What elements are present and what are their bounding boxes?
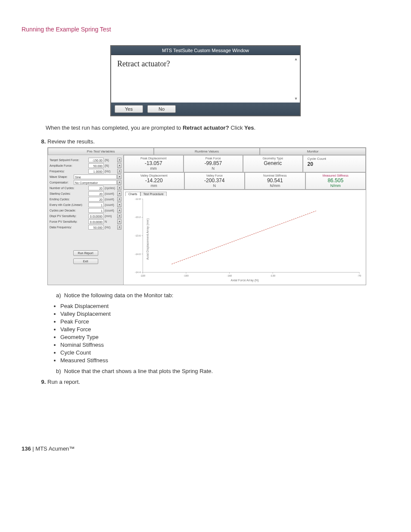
readout-valley-force: Valley Force-200.374N [184,172,245,190]
svg-text:-220: -220 [140,274,146,277]
section-title: Running the Example Spring Test [22,26,389,33]
start-cycles-input[interactable]: 20 [88,191,104,196]
page-footer: 136 | MTS Acumen™ [22,445,389,452]
step-9-text: Run a report. [47,379,80,385]
displ-pv-input[interactable]: 0.010000 [88,214,104,218]
readout-cycle-count: Cycle Count20 [303,155,366,172]
dropdown-icon[interactable]: ▾ [117,202,121,207]
scroll-up-icon[interactable]: ▲ [293,57,299,61]
end-cycles-input[interactable]: 20 [88,197,104,202]
intro-paragraph: When the test run has completed, you are… [46,124,389,132]
num-cycles-input[interactable]: 20 [88,186,104,190]
exit-button[interactable]: Exit [73,258,98,264]
message-dialog: MTS TestSuite Custom Message Window Retr… [111,46,300,116]
y-axis-label: Axial Displacement Array (mm) [146,218,149,259]
var-label: Frequency: [50,170,88,173]
list-item: Cycle Count [60,349,389,356]
var-label: Wave Shape: [50,175,73,178]
dropdown-icon[interactable]: ▾ [117,225,121,230]
page-number: 136 [22,445,31,452]
step-8b: b) Notice that the chart shows a line th… [56,368,389,374]
var-label: Starting Cycles: [50,192,88,195]
readout-peak-displacement: Peak Displacement-13.057mm [124,155,184,172]
dropdown-icon[interactable]: ▾ [117,197,121,202]
unit: (mm) [105,215,117,218]
tab-monitor[interactable]: Monitor [260,148,366,155]
list-item: Peak Force [60,318,389,325]
footer-sep: | [31,445,36,452]
data-freq-input[interactable]: 50.000 [88,225,104,230]
compensator-select[interactable]: No Compensator [74,180,117,185]
readout-geometry-type: Geometry TypeGeneric [243,155,303,172]
dropdown-icon[interactable]: ▾ [117,219,121,224]
readout-nominal-stiffness: Nominal Stiffness90.541N/mm [245,172,305,190]
svg-text:-160: -160 [227,274,233,277]
unit: (Hz) [105,170,117,173]
unit: N [105,220,117,223]
dropdown-icon[interactable]: ▾ [117,163,121,168]
var-label: Compensator: [50,181,73,184]
chart-svg: -12.8-13.2-13.6-14.0-14.4-220-190-160-13… [126,196,364,282]
scroll-down-icon[interactable]: ▼ [293,96,299,101]
no-button[interactable]: No [147,105,176,113]
cycles-decade-input[interactable]: 1 [88,208,104,213]
dropdown-icon[interactable]: ▾ [117,169,121,174]
var-label: Amplitude Force: [50,164,88,167]
dialog-scrollbar[interactable]: ▲ ▼ [293,57,299,101]
step-8b-text: Notice that the chart shows a line that … [64,368,213,374]
unit: (count) [105,198,117,201]
spring-rate-chart: -12.8-13.2-13.6-14.0-14.4-220-190-160-13… [125,196,364,282]
intro-bold2: Yes [244,124,254,131]
unit: (N) [105,164,117,167]
step-8-text: Review the results. [47,138,95,145]
frequency-input[interactable]: 1.0000 [88,169,104,174]
readout-measured-stiffness: Measured Stiffness86.505N/mm [305,172,366,190]
dropdown-icon[interactable]: ▾ [117,174,121,179]
unit: (count) [105,203,117,206]
dropdown-icon[interactable]: ▾ [117,180,121,185]
dropdown-icon[interactable]: ▾ [117,191,121,196]
target-setpoint-input[interactable]: -150.00 [88,158,104,162]
pre-test-variables-panel: Target Setpoint Force:-150.00(N)▾ Amplit… [48,155,124,285]
wave-shape-select[interactable]: Sine [74,174,117,179]
svg-text:-130: -130 [270,274,276,277]
dropdown-icon[interactable]: ▾ [117,214,121,218]
dropdown-icon[interactable]: ▾ [117,158,121,162]
amplitude-input[interactable]: 50.000 [88,163,104,168]
footer-tm: ™ [69,445,75,452]
intro-mid: Click [229,124,244,131]
footer-product: MTS Acumen [35,445,69,452]
svg-text:-190: -190 [184,274,189,277]
var-label: Every nth Cycle (Linear): [50,203,88,206]
run-report-button[interactable]: Run Report [73,250,98,256]
tab-pre-test-variables[interactable]: Pre-Test Variables [48,148,154,155]
dropdown-icon[interactable]: ▾ [117,208,121,213]
var-label: Displ PV Sensitivity: [50,215,88,218]
force-pv-input[interactable]: 0.010000 [88,219,104,224]
var-label: Number of Cycles: [50,187,88,190]
unit: (cycles) [105,187,117,190]
dialog-message: Retract actuator? [117,59,294,103]
svg-text:-14.0: -14.0 [135,252,141,255]
step-9: Run a report. [47,379,389,385]
svg-text:-14.4: -14.4 [135,271,141,274]
step-8: Review the results. Pre-Test Variables R… [47,138,389,374]
dialog-titlebar: MTS TestSuite Custom Message Window [111,46,300,55]
unit: (count) [105,192,117,195]
dropdown-icon[interactable]: ▾ [117,186,121,190]
step-8a: a) Notice the following data on the Moni… [56,292,389,299]
intro-end: . [254,124,255,131]
readout-peak-force: Peak Force-99.857N [184,155,243,172]
monitor-data-list: Peak DisplacementValley DisplacementPeak… [60,303,389,364]
yes-button[interactable]: Yes [115,105,143,113]
readout-valley-displacement: Valley Displacement-14.220mm [124,172,184,190]
list-item: Geometry Type [60,334,389,340]
every-nth-input[interactable]: 1 [88,202,104,207]
list-item: Peak Displacement [60,303,389,309]
intro-bold1: Retract actuator? [183,124,229,131]
list-item: Valley Displacement [60,311,389,317]
svg-text:-70: -70 [358,274,361,277]
tab-runtime-values[interactable]: Runtime Values [154,148,260,155]
list-item: Nominal Stiffness [60,342,389,348]
x-axis-label: Axial Force Array (N) [231,279,259,282]
